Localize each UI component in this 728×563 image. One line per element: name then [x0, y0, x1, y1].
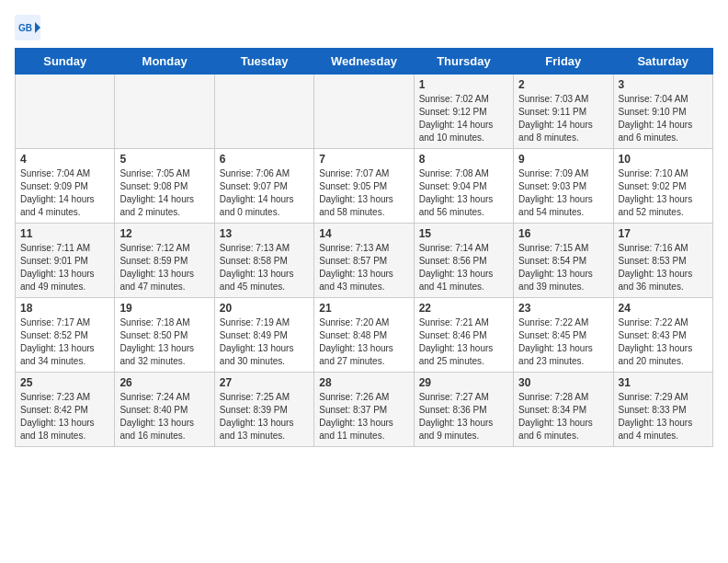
day-number: 13	[220, 227, 309, 240]
cell-text: Sunrise: 7:28 AM Sunset: 8:34 PM Dayligh…	[518, 391, 608, 442]
logo: GB	[15, 15, 44, 40]
calendar-cell: 1Sunrise: 7:02 AM Sunset: 9:12 PM Daylig…	[414, 75, 513, 149]
day-number: 1	[419, 78, 508, 91]
col-header-monday: Monday	[115, 49, 214, 75]
col-header-saturday: Saturday	[613, 49, 712, 75]
day-number: 15	[419, 227, 508, 240]
calendar-week-row: 11Sunrise: 7:11 AM Sunset: 9:01 PM Dayli…	[16, 224, 713, 298]
day-number: 28	[319, 376, 408, 389]
day-number: 3	[619, 78, 708, 91]
col-header-thursday: Thursday	[414, 49, 513, 75]
calendar-cell: 22Sunrise: 7:21 AM Sunset: 8:46 PM Dayli…	[414, 298, 513, 373]
day-number: 19	[119, 302, 209, 315]
calendar-cell: 18Sunrise: 7:17 AM Sunset: 8:52 PM Dayli…	[16, 298, 115, 373]
day-number: 8	[419, 153, 508, 166]
cell-text: Sunrise: 7:04 AM Sunset: 9:10 PM Dayligh…	[619, 93, 708, 144]
calendar-cell: 8Sunrise: 7:08 AM Sunset: 9:04 PM Daylig…	[414, 149, 513, 224]
cell-text: Sunrise: 7:25 AM Sunset: 8:39 PM Dayligh…	[220, 391, 309, 442]
cell-text: Sunrise: 7:19 AM Sunset: 8:49 PM Dayligh…	[220, 316, 309, 368]
cell-text: Sunrise: 7:11 AM Sunset: 9:01 PM Dayligh…	[20, 242, 109, 293]
day-number: 12	[119, 227, 209, 240]
calendar-cell: 30Sunrise: 7:28 AM Sunset: 8:34 PM Dayli…	[514, 373, 613, 447]
calendar-cell: 29Sunrise: 7:27 AM Sunset: 8:36 PM Dayli…	[414, 373, 513, 447]
calendar-cell: 14Sunrise: 7:13 AM Sunset: 8:57 PM Dayli…	[314, 224, 414, 298]
calendar-cell: 24Sunrise: 7:22 AM Sunset: 8:43 PM Dayli…	[613, 298, 712, 373]
cell-text: Sunrise: 7:21 AM Sunset: 8:46 PM Dayligh…	[419, 316, 508, 368]
calendar-cell: 19Sunrise: 7:18 AM Sunset: 8:50 PM Dayli…	[115, 298, 214, 373]
calendar-header-row: SundayMondayTuesdayWednesdayThursdayFrid…	[16, 49, 713, 75]
day-number: 26	[119, 376, 209, 389]
col-header-tuesday: Tuesday	[214, 49, 313, 75]
day-number: 20	[220, 302, 309, 315]
calendar-cell: 20Sunrise: 7:19 AM Sunset: 8:49 PM Dayli…	[214, 298, 313, 373]
calendar-cell: 4Sunrise: 7:04 AM Sunset: 9:09 PM Daylig…	[16, 149, 115, 224]
calendar-week-row: 25Sunrise: 7:23 AM Sunset: 8:42 PM Dayli…	[16, 373, 713, 447]
header: GB	[15, 15, 713, 40]
cell-text: Sunrise: 7:17 AM Sunset: 8:52 PM Dayligh…	[20, 316, 109, 368]
calendar-cell: 12Sunrise: 7:12 AM Sunset: 8:59 PM Dayli…	[115, 224, 214, 298]
cell-text: Sunrise: 7:13 AM Sunset: 8:58 PM Dayligh…	[220, 242, 309, 293]
calendar-cell	[115, 75, 214, 149]
cell-text: Sunrise: 7:13 AM Sunset: 8:57 PM Dayligh…	[319, 242, 408, 293]
day-number: 5	[119, 153, 209, 166]
cell-text: Sunrise: 7:05 AM Sunset: 9:08 PM Dayligh…	[119, 167, 209, 219]
day-number: 30	[518, 376, 608, 389]
calendar-cell: 28Sunrise: 7:26 AM Sunset: 8:37 PM Dayli…	[314, 373, 414, 447]
calendar-cell	[314, 75, 414, 149]
cell-text: Sunrise: 7:12 AM Sunset: 8:59 PM Dayligh…	[119, 242, 209, 293]
cell-text: Sunrise: 7:08 AM Sunset: 9:04 PM Dayligh…	[419, 167, 508, 219]
day-number: 6	[220, 153, 309, 166]
cell-text: Sunrise: 7:06 AM Sunset: 9:07 PM Dayligh…	[220, 167, 309, 219]
day-number: 11	[20, 227, 109, 240]
calendar-cell: 27Sunrise: 7:25 AM Sunset: 8:39 PM Dayli…	[214, 373, 313, 447]
calendar-cell: 10Sunrise: 7:10 AM Sunset: 9:02 PM Dayli…	[613, 149, 712, 224]
calendar-cell: 13Sunrise: 7:13 AM Sunset: 8:58 PM Dayli…	[214, 224, 313, 298]
calendar-cell: 11Sunrise: 7:11 AM Sunset: 9:01 PM Dayli…	[16, 224, 115, 298]
day-number: 16	[518, 227, 608, 240]
day-number: 21	[319, 302, 408, 315]
cell-text: Sunrise: 7:16 AM Sunset: 8:53 PM Dayligh…	[619, 242, 708, 293]
day-number: 24	[619, 302, 708, 315]
day-number: 10	[619, 153, 708, 166]
calendar-cell: 3Sunrise: 7:04 AM Sunset: 9:10 PM Daylig…	[613, 75, 712, 149]
day-number: 25	[20, 376, 109, 389]
day-number: 22	[419, 302, 508, 315]
calendar-table: SundayMondayTuesdayWednesdayThursdayFrid…	[15, 48, 713, 447]
cell-text: Sunrise: 7:23 AM Sunset: 8:42 PM Dayligh…	[20, 391, 109, 442]
calendar-cell	[16, 75, 115, 149]
cell-text: Sunrise: 7:26 AM Sunset: 8:37 PM Dayligh…	[319, 391, 408, 442]
calendar-week-row: 4Sunrise: 7:04 AM Sunset: 9:09 PM Daylig…	[16, 149, 713, 224]
calendar-cell: 21Sunrise: 7:20 AM Sunset: 8:48 PM Dayli…	[314, 298, 414, 373]
calendar-cell: 5Sunrise: 7:05 AM Sunset: 9:08 PM Daylig…	[115, 149, 214, 224]
calendar-cell: 9Sunrise: 7:09 AM Sunset: 9:03 PM Daylig…	[514, 149, 613, 224]
calendar-cell: 6Sunrise: 7:06 AM Sunset: 9:07 PM Daylig…	[214, 149, 313, 224]
day-number: 17	[619, 227, 708, 240]
cell-text: Sunrise: 7:22 AM Sunset: 8:43 PM Dayligh…	[619, 316, 708, 368]
cell-text: Sunrise: 7:03 AM Sunset: 9:11 PM Dayligh…	[518, 93, 608, 144]
day-number: 23	[518, 302, 608, 315]
cell-text: Sunrise: 7:09 AM Sunset: 9:03 PM Dayligh…	[518, 167, 608, 219]
day-number: 9	[518, 153, 608, 166]
day-number: 27	[220, 376, 309, 389]
day-number: 29	[419, 376, 508, 389]
col-header-friday: Friday	[514, 49, 613, 75]
cell-text: Sunrise: 7:18 AM Sunset: 8:50 PM Dayligh…	[119, 316, 209, 368]
cell-text: Sunrise: 7:20 AM Sunset: 8:48 PM Dayligh…	[319, 316, 408, 368]
calendar-cell: 7Sunrise: 7:07 AM Sunset: 9:05 PM Daylig…	[314, 149, 414, 224]
calendar-week-row: 18Sunrise: 7:17 AM Sunset: 8:52 PM Dayli…	[16, 298, 713, 373]
cell-text: Sunrise: 7:02 AM Sunset: 9:12 PM Dayligh…	[419, 93, 508, 144]
cell-text: Sunrise: 7:27 AM Sunset: 8:36 PM Dayligh…	[419, 391, 508, 442]
calendar-cell: 15Sunrise: 7:14 AM Sunset: 8:56 PM Dayli…	[414, 224, 513, 298]
cell-text: Sunrise: 7:07 AM Sunset: 9:05 PM Dayligh…	[319, 167, 408, 219]
col-header-sunday: Sunday	[16, 49, 115, 75]
day-number: 2	[518, 78, 608, 91]
cell-text: Sunrise: 7:04 AM Sunset: 9:09 PM Dayligh…	[20, 167, 109, 219]
calendar-cell: 25Sunrise: 7:23 AM Sunset: 8:42 PM Dayli…	[16, 373, 115, 447]
cell-text: Sunrise: 7:29 AM Sunset: 8:33 PM Dayligh…	[619, 391, 708, 442]
cell-text: Sunrise: 7:14 AM Sunset: 8:56 PM Dayligh…	[419, 242, 508, 293]
cell-text: Sunrise: 7:24 AM Sunset: 8:40 PM Dayligh…	[119, 391, 209, 442]
logo-icon: GB	[15, 15, 40, 40]
calendar-week-row: 1Sunrise: 7:02 AM Sunset: 9:12 PM Daylig…	[16, 75, 713, 149]
calendar-cell: 23Sunrise: 7:22 AM Sunset: 8:45 PM Dayli…	[514, 298, 613, 373]
cell-text: Sunrise: 7:10 AM Sunset: 9:02 PM Dayligh…	[619, 167, 708, 219]
